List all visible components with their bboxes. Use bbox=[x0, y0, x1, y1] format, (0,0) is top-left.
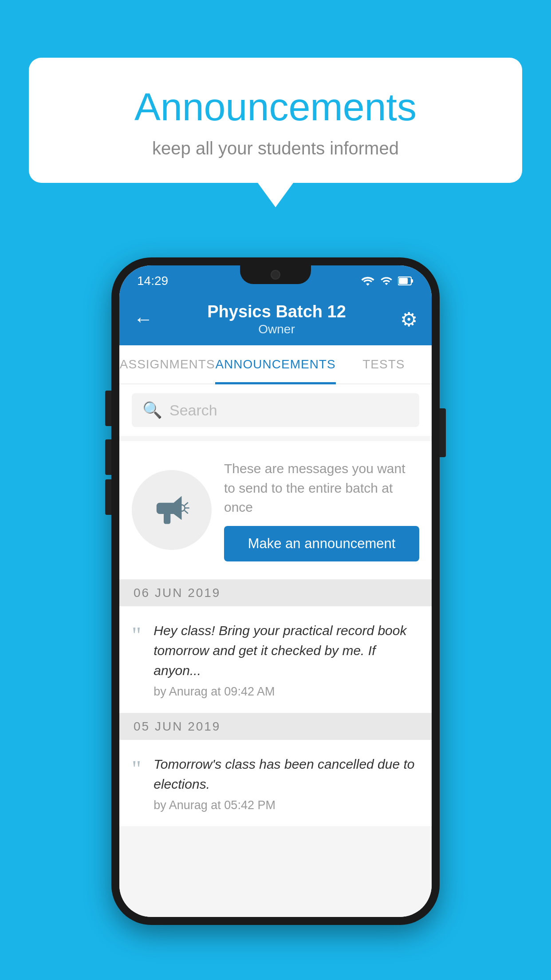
svg-rect-1 bbox=[399, 278, 408, 284]
message-meta-1: by Anurag at 09:42 AM bbox=[153, 685, 419, 699]
search-placeholder: Search bbox=[169, 402, 217, 419]
app-bar-title-group: Physics Batch 12 Owner bbox=[207, 302, 346, 336]
announcement-prompt: These are messages you want to send to t… bbox=[119, 441, 432, 580]
svg-rect-2 bbox=[411, 279, 413, 283]
phone-device: 14:29 bbox=[111, 257, 440, 925]
phone-screen: 14:29 bbox=[119, 265, 432, 917]
announcement-icon-circle bbox=[132, 470, 212, 550]
settings-button[interactable]: ⚙ bbox=[400, 308, 417, 331]
phone-outer-shell: 14:29 bbox=[111, 257, 440, 925]
app-bar-title: Physics Batch 12 bbox=[207, 302, 346, 321]
make-announcement-button[interactable]: Make an announcement bbox=[224, 526, 419, 561]
announcement-right: These are messages you want to send to t… bbox=[224, 459, 419, 561]
battery-icon bbox=[398, 276, 414, 286]
svg-line-6 bbox=[185, 511, 188, 513]
speech-bubble-section: Announcements keep all your students inf… bbox=[29, 58, 522, 207]
search-bar-wrapper: 🔍 Search bbox=[119, 384, 432, 436]
status-icons bbox=[361, 275, 414, 287]
tab-announcements[interactable]: ANNOUNCEMENTS bbox=[215, 345, 335, 383]
tab-assignments[interactable]: ASSIGNMENTS bbox=[119, 345, 215, 383]
message-content-1: Hey class! Bring your practical record b… bbox=[153, 620, 419, 699]
megaphone-icon bbox=[152, 490, 192, 530]
date-separator-2: 05 JUN 2019 bbox=[119, 713, 432, 740]
signal-icon bbox=[380, 275, 393, 287]
status-time: 14:29 bbox=[137, 274, 168, 288]
search-icon: 🔍 bbox=[142, 401, 162, 419]
announcement-hint: These are messages you want to send to t… bbox=[224, 459, 419, 517]
app-bar: ← Physics Batch 12 Owner ⚙ bbox=[119, 293, 432, 345]
message-text-1: Hey class! Bring your practical record b… bbox=[153, 620, 419, 680]
search-bar[interactable]: 🔍 Search bbox=[132, 393, 419, 427]
speech-bubble: Announcements keep all your students inf… bbox=[29, 58, 522, 183]
tab-tests[interactable]: TESTS bbox=[336, 345, 432, 383]
quote-icon-2: " bbox=[132, 758, 141, 781]
message-content-2: Tomorrow's class has been cancelled due … bbox=[153, 754, 419, 812]
announcement-item-1[interactable]: " Hey class! Bring your practical record… bbox=[119, 606, 432, 713]
back-button[interactable]: ← bbox=[134, 308, 153, 330]
wifi-icon bbox=[361, 275, 375, 287]
front-camera bbox=[271, 270, 280, 280]
message-text-2: Tomorrow's class has been cancelled due … bbox=[153, 754, 419, 794]
speech-bubble-title: Announcements bbox=[55, 84, 496, 130]
announcement-item-2[interactable]: " Tomorrow's class has been cancelled du… bbox=[119, 740, 432, 827]
tab-bar: ASSIGNMENTS ANNOUNCEMENTS TESTS bbox=[119, 345, 432, 384]
quote-icon: " bbox=[132, 624, 141, 647]
speech-bubble-subtitle: keep all your students informed bbox=[55, 138, 496, 158]
svg-line-4 bbox=[185, 503, 188, 505]
date-separator-1: 06 JUN 2019 bbox=[119, 580, 432, 606]
phone-notch bbox=[240, 265, 311, 284]
content-area: 🔍 Search bbox=[119, 384, 432, 917]
speech-bubble-arrow bbox=[258, 183, 293, 207]
message-meta-2: by Anurag at 05:42 PM bbox=[153, 798, 419, 812]
app-bar-subtitle: Owner bbox=[207, 322, 346, 336]
